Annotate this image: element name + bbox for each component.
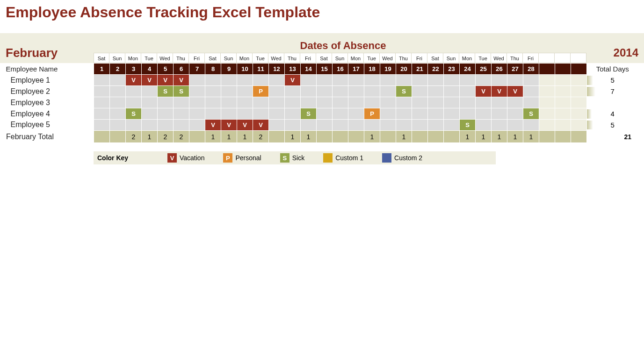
month-total-cell (189, 131, 205, 143)
absence-cell (428, 108, 444, 120)
employee-name-header: Employee Name (0, 64, 94, 75)
date-header-cell: 4 (142, 64, 158, 75)
dow-cell (539, 53, 555, 63)
absence-cell (523, 75, 539, 86)
absence-cell (94, 108, 110, 120)
date-header-cell: 12 (269, 64, 285, 75)
absence-cell (285, 97, 301, 108)
absence-cell (476, 108, 492, 120)
absence-cell (396, 75, 412, 86)
absence-cell (348, 86, 364, 97)
absence-cell (269, 108, 285, 120)
date-header-cell: 19 (380, 64, 396, 75)
absence-cell (237, 86, 253, 97)
month-total-cell (380, 131, 396, 143)
legend-label: Personal (235, 154, 261, 162)
month-total-cell (412, 131, 428, 143)
absence-cell (555, 86, 571, 97)
absence-cell (348, 120, 364, 131)
employee-total-cell: 7 (587, 86, 638, 97)
page-title: Employee Absence Tracking Excel Template (0, 0, 644, 25)
date-header-cell: 3 (126, 64, 142, 75)
date-header-cell: 17 (348, 64, 364, 75)
absence-cell (158, 120, 174, 131)
absence-cell (364, 120, 380, 131)
absence-cell (301, 75, 317, 86)
absence-cell (476, 75, 492, 86)
absence-cell: V (205, 120, 221, 131)
dow-cell: Sun (221, 53, 237, 63)
absence-cell (444, 108, 460, 120)
employee-name-cell: Employee 1 (0, 75, 94, 86)
header-banner: February Dates of Absence SatSunMonTueWe… (0, 33, 644, 63)
month-total-cell: 1 (142, 131, 158, 143)
grand-total-cell: 21 (587, 131, 638, 143)
month-total-cell: 1 (507, 131, 523, 143)
absence-cell (189, 108, 205, 120)
absence-cell (428, 86, 444, 97)
date-header-cell: 1 (94, 64, 110, 75)
absence-cell (460, 97, 476, 108)
absence-cell (269, 120, 285, 131)
absence-cell (539, 75, 555, 86)
date-header-cell: 6 (174, 64, 189, 75)
date-header-cell: 8 (205, 64, 221, 75)
month-label: February (0, 46, 94, 63)
legend-label: Vacation (180, 154, 204, 162)
absence-cell: V (507, 86, 523, 97)
month-total-cell (539, 131, 555, 143)
absence-cell: P (253, 86, 269, 97)
absence-cell (396, 120, 412, 131)
date-header-cell: 26 (492, 64, 507, 75)
dow-cell: Mon (237, 53, 253, 63)
dow-cell: Tue (364, 53, 380, 63)
absence-cell (205, 108, 221, 120)
absence-cell (253, 75, 269, 86)
dow-cell: Fri (300, 53, 316, 63)
month-total-cell (348, 131, 364, 143)
date-header-cell: 14 (301, 64, 317, 75)
dow-cell: Wed (491, 53, 507, 63)
employee-name-cell: Employee 5 (0, 120, 94, 131)
absence-cell (380, 108, 396, 120)
absence-cell (237, 97, 253, 108)
absence-cell (571, 86, 587, 97)
absence-cell (507, 75, 523, 86)
absence-cell (110, 108, 126, 120)
absence-cell (269, 97, 285, 108)
total-days-header: Total Days (587, 64, 638, 75)
absence-cell (444, 75, 460, 86)
absence-cell (317, 97, 333, 108)
dow-cell: Sat (316, 53, 332, 63)
absence-cell (428, 75, 444, 86)
date-header-cell: 21 (412, 64, 428, 75)
month-total-cell: 2 (158, 131, 174, 143)
dow-cell: Mon (459, 53, 475, 63)
absence-cell (301, 86, 317, 97)
absence-cell (94, 97, 110, 108)
absence-cell (571, 75, 587, 86)
absence-cell (221, 75, 237, 86)
dow-cell: Tue (475, 53, 491, 63)
date-header-cell (539, 64, 555, 75)
month-total-cell: 1 (205, 131, 221, 143)
absence-cell: S (396, 86, 412, 97)
absence-cell (444, 86, 460, 97)
dow-cell: Fri (412, 53, 427, 63)
dow-cell (571, 53, 586, 63)
month-total-cell: 1 (523, 131, 539, 143)
absence-cell: V (285, 75, 301, 86)
month-total-cell: 1 (237, 131, 253, 143)
legend-label: Sick (292, 154, 304, 162)
legend-item: VVacation (167, 153, 204, 163)
absence-cell: S (301, 108, 317, 120)
absence-cell (571, 108, 587, 120)
dow-cell: Mon (348, 53, 364, 63)
absence-cell (348, 75, 364, 86)
absence-cell (269, 75, 285, 86)
absence-cell (158, 108, 174, 120)
date-header-cell (571, 64, 587, 75)
absence-cell (460, 75, 476, 86)
absence-cell (412, 75, 428, 86)
month-total-cell (444, 131, 460, 143)
